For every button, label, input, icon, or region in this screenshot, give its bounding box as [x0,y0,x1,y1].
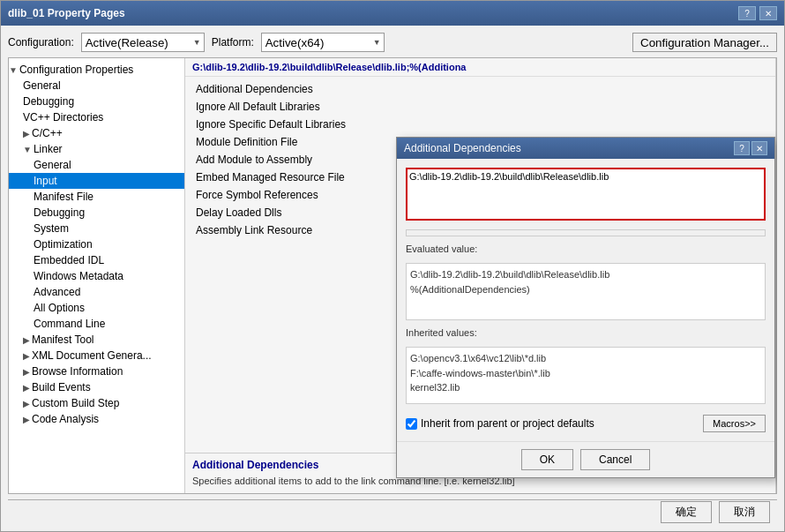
tree-item-label: Embedded IDL [34,254,104,266]
tree-item-linker-command-line[interactable]: Command Line [9,316,184,332]
expand-icon: ▶ [23,415,30,424]
expand-icon: ▶ [23,335,30,345]
tree-item-label: C/C++ [32,127,63,139]
tree-item-label: General [34,159,71,171]
dialog-content: G:\dlib-19.2\dlib-19.2\build\dlib\Releas… [397,159,774,441]
inherit-row: Inherit from parent or project defaults … [406,415,766,432]
tree-item-linker-manifest[interactable]: Manifest File [9,189,184,205]
main-window: dlib_01 Property Pages ? ✕ Configuration… [0,0,785,532]
tree-item-label: Code Analysis [32,413,99,425]
tree-item-linker[interactable]: ▼ Linker [9,141,184,157]
tree-item-linker-optimization[interactable]: Optimization [9,236,184,252]
inherit-checkbox-area[interactable]: Inherit from parent or project defaults [406,417,594,430]
eval-line-1: G:\dlib-19.2\dlib-19.2\build\dlib\Releas… [410,267,761,282]
middle-header: G:\dlib-19.2\dlib-19.2\build\dlib\Releas… [185,58,775,77]
tree-item-general[interactable]: General [9,78,184,94]
tree-item-label: Custom Build Step [32,397,119,409]
dep-input[interactable]: G:\dlib-19.2\dlib-19.2\build\dlib\Releas… [409,171,762,217]
tree-item-browse-info[interactable]: ▶ Browse Information [9,363,184,379]
inherited-line-3: kernel32.lib [410,380,761,395]
platform-select[interactable]: Active(x64) [261,33,385,52]
dialog-title-controls: ? ✕ [734,141,767,155]
title-bar: dlib_01 Property Pages ? ✕ [1,1,784,26]
tree-item-label: Windows Metadata [34,270,123,282]
middle-item-ignore-all[interactable]: Ignore All Default Libraries [185,98,775,116]
additional-deps-dialog: Additional Dependencies ? ✕ G:\dlib-19.2… [396,137,775,478]
tree-item-label: General [23,79,61,92]
expand-icon: ▼ [9,65,18,75]
tree-item-label: Manifest File [34,191,93,203]
eval-line-2: %(AdditionalDependencies) [410,282,761,297]
tree-item-cpp[interactable]: ▶ C/C++ [9,125,184,141]
tree-item-label: Browse Information [32,365,123,378]
tree-item-label: Input [34,175,57,187]
dialog-footer: OK Cancel [397,441,774,477]
dialog-close-btn[interactable]: ✕ [751,141,767,155]
tree-item-label: Linker [34,143,63,155]
tree-item-linker-embedded-idl[interactable]: Embedded IDL [9,252,184,268]
tree-item-code-analysis[interactable]: ▶ Code Analysis [9,411,184,427]
inherited-values-box: G:\opencv3.1\x64\vc12\lib\*d.lib F:\caff… [406,347,766,404]
tree-item-manifest-tool[interactable]: ▶ Manifest Tool [9,332,184,348]
tree-item-linker-system[interactable]: System [9,221,184,236]
config-label: Configuration: [8,36,74,49]
inherited-label: Inherited values: [406,327,766,338]
status-cancel-button[interactable]: 取消 [719,501,770,523]
expand-icon: ▶ [23,383,30,393]
tree-item-label: Optimization [34,238,93,251]
tree-item-linker-all-options[interactable]: All Options [9,300,184,316]
platform-label: Platform: [212,36,254,49]
dialog-ok-button[interactable]: OK [521,449,573,470]
content-area: Configuration: Active(Release) Platform:… [1,26,784,531]
tree-item-xml-doc[interactable]: ▶ XML Document Genera... [9,348,184,363]
tree-item-linker-general[interactable]: General [9,157,184,173]
status-bar: 确定 取消 [8,499,777,524]
config-manager-button[interactable]: Configuration Manager... [632,33,777,52]
tree-item-label: Debugging [23,95,74,108]
horizontal-scrollbar[interactable] [406,229,766,236]
left-tree-panel: ▼ Configuration Properties General Debug… [9,58,185,493]
expand-icon: ▼ [23,145,32,154]
tree-item-label: Advanced [34,286,80,298]
config-select-wrapper[interactable]: Active(Release) [81,33,205,52]
expand-icon: ▶ [23,367,30,377]
tree-root[interactable]: ▼ Configuration Properties [9,62,184,78]
tree-item-linker-debugging[interactable]: Debugging [9,205,184,221]
tree-item-label: Command Line [34,318,105,330]
tree-item-label: Build Events [32,381,91,393]
tree-item-linker-windows-metadata[interactable]: Windows Metadata [9,268,184,284]
macros-button[interactable]: Macros>> [703,415,766,432]
middle-item-additional-deps[interactable]: Additional Dependencies [185,80,775,98]
config-select[interactable]: Active(Release) [81,33,205,52]
middle-item-ignore-specific[interactable]: Ignore Specific Default Libraries [185,116,775,133]
dialog-cancel-button[interactable]: Cancel [580,449,650,470]
tree-item-label: XML Document Genera... [32,349,152,362]
evaluated-label: Evaluated value: [406,244,766,254]
tree-item-vc-directories[interactable]: VC++ Directories [9,109,184,125]
status-ok-button[interactable]: 确定 [661,501,712,523]
dialog-title-bar: Additional Dependencies ? ✕ [397,138,774,159]
platform-select-wrapper[interactable]: Active(x64) [261,33,385,52]
dep-input-wrapper[interactable]: G:\dlib-19.2\dlib-19.2\build\dlib\Releas… [406,168,766,221]
expand-icon: ▶ [23,129,30,139]
title-bar-controls: ? ✕ [738,6,777,20]
main-panel-wrapper: ▼ Configuration Properties General Debug… [8,57,777,494]
inherit-checkbox[interactable] [406,418,417,430]
tree-item-linker-input[interactable]: Input [9,173,184,189]
expand-icon: ▶ [23,351,30,361]
dialog-title: Additional Dependencies [404,142,521,154]
expand-icon: ▶ [23,399,30,408]
dialog-question-btn[interactable]: ? [734,141,750,155]
tree-item-build-events[interactable]: ▶ Build Events [9,379,184,395]
inherited-line-1: G:\opencv3.1\x64\vc12\lib\*d.lib [410,351,761,366]
tree-item-debugging-top[interactable]: Debugging [9,94,184,109]
tree-item-custom-build[interactable]: ▶ Custom Build Step [9,395,184,411]
question-btn[interactable]: ? [738,6,756,20]
tree-item-label: System [34,222,69,235]
tree-item-label: All Options [34,302,85,314]
tree-item-linker-advanced[interactable]: Advanced [9,284,184,300]
tree-item-label: VC++ Directories [23,111,103,124]
inherit-checkbox-label: Inherit from parent or project defaults [421,417,594,430]
close-btn[interactable]: ✕ [759,6,777,20]
window-title: dlib_01 Property Pages [8,7,125,19]
